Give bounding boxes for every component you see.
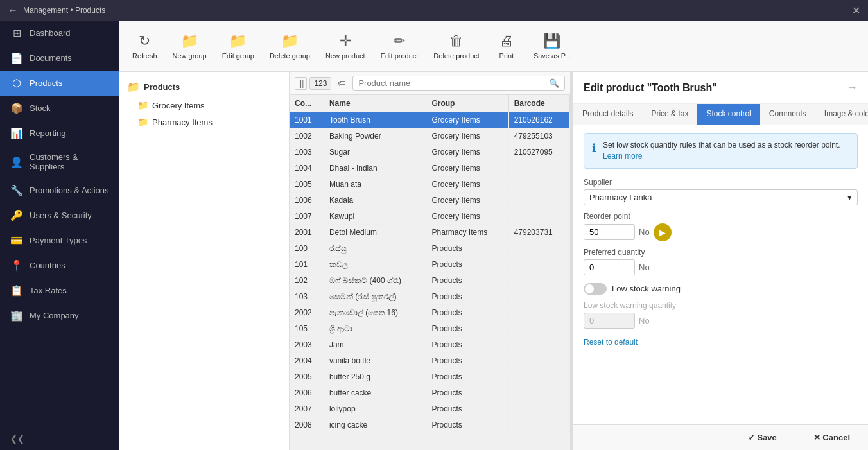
cell-id: 100 [290,241,324,257]
table-row[interactable]: 2006butter cackeProducts [290,385,570,401]
table-row[interactable]: 2001Detol MediumPharmacy Items479203731 [290,225,570,241]
search-icon[interactable]: 🔍 [549,78,559,88]
low-stock-qty-input[interactable] [584,313,635,329]
sidebar-collapse[interactable]: ❮❮ [0,428,119,450]
low-stock-warning-row: Low stock warning [584,283,858,295]
table-row[interactable]: 1004Dhaal - IndianGrocery Items [290,160,570,177]
cell-barcode [508,385,569,401]
sidebar-item-stock[interactable]: 📦Stock [0,96,119,121]
delete-group-toolbar-btn[interactable]: 📁Delete group [262,28,318,65]
back-icon[interactable]: ← [8,4,18,16]
cell-name: Sugar [324,144,426,160]
preferred-qty-input[interactable] [584,259,635,275]
table-row[interactable]: 2005butter 250 gProducts [290,369,570,385]
save-as-toolbar-btn[interactable]: 💾Save as P... [526,28,578,65]
search-bar: ||| 123 🏷 🔍 [290,72,570,95]
barcode-icon[interactable]: ||| [295,77,307,90]
refresh-toolbar-btn[interactable]: ↻Refresh [125,28,165,65]
edit-group-toolbar-btn[interactable]: 📁Edit group [214,28,262,65]
reorder-point-input[interactable] [584,224,635,240]
table-row[interactable]: 2004vanila bottleProducts [290,353,570,369]
tree-item-pharmacy[interactable]: 📁Pharmacy Items [119,114,289,130]
sidebar-item-dashboard[interactable]: ⊞Dashboard [0,21,119,46]
tag-icon[interactable]: 🏷 [334,77,350,89]
product-list: ||| 123 🏷 🔍 Co...NameGroupBarcode 1001To [290,72,570,450]
print-toolbar-btn[interactable]: 🖨Print [487,28,526,65]
table-row[interactable]: 1007KawupiGrocery Items [290,209,570,225]
table-row[interactable]: 100රෑස්සුProducts [290,241,570,257]
cell-name: Dhaal - Indian [324,160,426,177]
new-product-label: New product [326,52,365,60]
new-group-label: New group [173,52,207,60]
sidebar-item-documents[interactable]: 📄Documents [0,46,119,71]
table-row[interactable]: 103සෙමන් (රෑස් ෂූකරල්)Products [290,289,570,305]
tree-item-grocery[interactable]: 📁Grocery Items [119,97,289,114]
search-input[interactable] [358,78,549,88]
table-row[interactable]: 101කඩලProducts [290,257,570,273]
table-row[interactable]: 1005Muan ataGrocery Items [290,177,570,193]
table-row[interactable]: 2008icing cackeProducts [290,417,570,433]
edit-group-icon: 📁 [229,33,247,49]
sidebar-label-promotions: Promotions & Actions [30,186,109,195]
info-text: Set low stock quantity rules that can be… [603,140,840,151]
learn-more-link[interactable]: Learn more [603,151,642,160]
cell-id: 2004 [290,353,324,369]
cell-name: පැනඩොල් (සෙත 16) [324,305,426,321]
cell-barcode [508,369,569,385]
table-row[interactable]: 102ඔෆ් බිස්කට් (400 ග්රෑ)Products [290,273,570,289]
sidebar-item-promotions[interactable]: 🔧Promotions & Actions [0,178,119,203]
tab-price-tax[interactable]: Price & tax [642,104,697,125]
sidebar-item-products[interactable]: ⬡Products [0,71,119,96]
table-row[interactable]: 2007lollypopProducts [290,401,570,417]
promotions-icon: 🔧 [10,184,23,196]
cell-id: 1002 [290,128,324,144]
tab-product-details[interactable]: Product details [573,104,642,125]
save-button[interactable]: ✓ Save [730,425,795,450]
tree-root[interactable]: 📁 Products [119,77,289,97]
tree-items: 📁Grocery Items📁Pharmacy Items [119,97,289,130]
tab-comments[interactable]: Comments [760,104,815,125]
sidebar-item-payment-types[interactable]: 💳Payment Types [0,228,119,253]
table-row[interactable]: 1006KadalaGrocery Items [290,193,570,209]
preferred-qty-row: No [584,259,858,275]
table-row[interactable]: 105ශ්‍රී ආටාProducts [290,321,570,337]
reset-link[interactable]: Reset to default [584,338,858,347]
table-row[interactable]: 1002Baking PowderGrocery Items479255103 [290,128,570,144]
left-panel: 📁 Products 📁Grocery Items📁Pharmacy Items [119,72,290,450]
table-row[interactable]: 2002පැනඩොල් (සෙත 16)Products [290,305,570,321]
folder-icon: 📁 [127,81,140,93]
cell-barcode [508,273,569,289]
cell-name: Jam [324,337,426,353]
sidebar-label-dashboard: Dashboard [30,28,71,38]
table-row[interactable]: 1001Tooth BrushGrocery Items210526162 [290,112,570,128]
pharmacy-folder-icon: 📁 [137,117,148,127]
cancel-button[interactable]: ✕ Cancel [795,425,868,450]
new-product-toolbar-btn[interactable]: ✛New product [318,28,373,65]
low-stock-qty-no: No [639,316,650,325]
sidebar-item-customers[interactable]: 👤Customers & Suppliers [0,146,119,178]
sidebar-item-users-security[interactable]: 🔑Users & Security [0,203,119,228]
new-group-toolbar-btn[interactable]: 📁New group [165,28,214,65]
sidebar-item-my-company[interactable]: 🏢My Company [0,303,119,328]
low-stock-toggle[interactable] [584,283,607,295]
preferred-qty-no: No [639,263,650,272]
sidebar-label-users-security: Users & Security [30,211,92,220]
tab-stock-control[interactable]: Stock control [697,104,759,125]
tab-image-color[interactable]: Image & color [815,104,868,125]
delete-product-toolbar-btn[interactable]: 🗑Delete product [426,28,487,65]
delete-product-icon: 🗑 [449,33,464,49]
edit-product-toolbar-btn[interactable]: ✏Edit product [373,28,426,65]
supplier-select[interactable]: Pharmacy Lanka ▾ [584,189,858,205]
cell-barcode [508,401,569,417]
table-row[interactable]: 2003JamProducts [290,337,570,353]
sidebar-item-reporting[interactable]: 📊Reporting [0,121,119,146]
sidebar-label-stock: Stock [30,103,51,113]
cell-group: Grocery Items [426,209,508,225]
sidebar-item-tax-rates[interactable]: 📋Tax Rates [0,278,119,303]
cell-group: Products [426,289,508,305]
table-row[interactable]: 1003SugarGrocery Items210527095 [290,144,570,160]
sidebar: ⊞Dashboard📄Documents⬡Products📦Stock📊Repo… [0,21,119,450]
refresh-icon: ↻ [139,33,150,49]
sidebar-item-countries[interactable]: 📍Countries [0,253,119,278]
close-icon[interactable]: ✕ [852,4,860,17]
